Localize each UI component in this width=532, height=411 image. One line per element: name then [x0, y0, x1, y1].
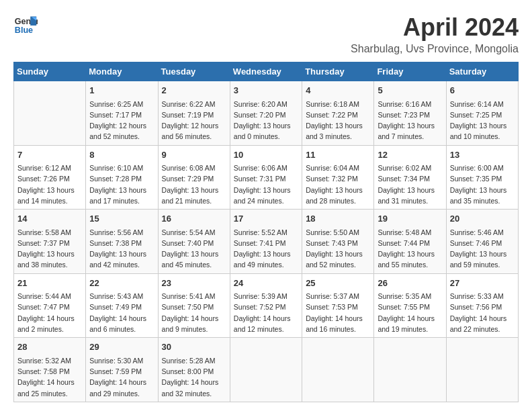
day-number: 8: [89, 148, 154, 162]
day-number: 4: [306, 84, 370, 97]
calendar-cell: 6Sunrise: 6:14 AMSunset: 7:25 PMDaylight…: [446, 81, 518, 146]
calendar-cell: 10Sunrise: 6:06 AMSunset: 7:31 PMDayligh…: [230, 145, 302, 210]
day-number: 26: [378, 277, 442, 290]
location-subtitle: Sharbulag, Uvs Province, Mongolia: [351, 43, 519, 55]
day-number: 1: [89, 84, 154, 97]
week-row-1: 1Sunrise: 6:25 AMSunset: 7:17 PMDaylight…: [14, 81, 519, 146]
day-content: Sunrise: 6:16 AMSunset: 7:23 PMDaylight:…: [378, 99, 442, 142]
day-content: Sunrise: 5:41 AMSunset: 7:50 PMDaylight:…: [162, 291, 226, 334]
calendar-cell: 7Sunrise: 6:12 AMSunset: 7:26 PMDaylight…: [14, 145, 86, 210]
calendar-cell: 28Sunrise: 5:32 AMSunset: 7:58 PMDayligh…: [14, 338, 86, 402]
header-cell-monday: Monday: [86, 62, 158, 81]
day-number: 2: [162, 84, 226, 97]
day-number: 10: [234, 148, 298, 162]
calendar-body: 1Sunrise: 6:25 AMSunset: 7:17 PMDaylight…: [14, 81, 519, 402]
day-content: Sunrise: 5:35 AMSunset: 7:55 PMDaylight:…: [378, 291, 442, 334]
calendar-cell: [302, 338, 374, 402]
day-number: 13: [450, 148, 515, 162]
calendar-cell: 25Sunrise: 5:37 AMSunset: 7:53 PMDayligh…: [302, 273, 374, 338]
week-row-4: 21Sunrise: 5:44 AMSunset: 7:47 PMDayligh…: [14, 273, 519, 338]
day-number: 12: [378, 148, 442, 162]
day-content: Sunrise: 5:32 AMSunset: 7:58 PMDaylight:…: [17, 355, 82, 399]
calendar-cell: [446, 338, 518, 402]
day-content: Sunrise: 5:37 AMSunset: 7:53 PMDaylight:…: [306, 291, 370, 334]
title-block: April 2024 Sharbulag, Uvs Province, Mong…: [351, 13, 519, 55]
day-number: 17: [234, 212, 298, 226]
day-number: 3: [234, 84, 298, 97]
day-number: 14: [17, 212, 82, 226]
day-content: Sunrise: 5:43 AMSunset: 7:49 PMDaylight:…: [89, 291, 154, 334]
day-content: Sunrise: 5:44 AMSunset: 7:47 PMDaylight:…: [17, 291, 82, 334]
header-cell-friday: Friday: [374, 62, 446, 81]
calendar-header: SundayMondayTuesdayWednesdayThursdayFrid…: [14, 62, 519, 81]
day-content: Sunrise: 6:14 AMSunset: 7:25 PMDaylight:…: [450, 99, 515, 142]
month-title: April 2024: [351, 13, 519, 42]
calendar-cell: 5Sunrise: 6:16 AMSunset: 7:23 PMDaylight…: [374, 81, 446, 146]
day-content: Sunrise: 6:02 AMSunset: 7:34 PMDaylight:…: [378, 163, 442, 206]
day-content: Sunrise: 5:56 AMSunset: 7:38 PMDaylight:…: [89, 227, 154, 271]
day-number: 24: [234, 277, 298, 290]
calendar-cell: 17Sunrise: 5:52 AMSunset: 7:41 PMDayligh…: [230, 210, 302, 274]
calendar-cell: 13Sunrise: 6:00 AMSunset: 7:35 PMDayligh…: [446, 145, 518, 210]
day-number: 22: [89, 277, 154, 290]
week-row-5: 28Sunrise: 5:32 AMSunset: 7:58 PMDayligh…: [14, 338, 519, 402]
day-content: Sunrise: 5:28 AMSunset: 8:00 PMDaylight:…: [162, 355, 226, 399]
day-number: 29: [89, 340, 154, 354]
calendar-cell: 4Sunrise: 6:18 AMSunset: 7:22 PMDaylight…: [302, 81, 374, 146]
day-content: Sunrise: 5:50 AMSunset: 7:43 PMDaylight:…: [306, 227, 370, 271]
calendar-cell: 8Sunrise: 6:10 AMSunset: 7:28 PMDaylight…: [86, 145, 158, 210]
calendar-cell: 3Sunrise: 6:20 AMSunset: 7:20 PMDaylight…: [230, 81, 302, 146]
day-content: Sunrise: 6:06 AMSunset: 7:31 PMDaylight:…: [234, 163, 298, 206]
day-content: Sunrise: 6:25 AMSunset: 7:17 PMDaylight:…: [89, 99, 154, 142]
day-number: 9: [162, 148, 226, 162]
calendar-cell: 30Sunrise: 5:28 AMSunset: 8:00 PMDayligh…: [158, 338, 230, 402]
day-number: 28: [17, 340, 82, 354]
day-number: 5: [378, 84, 442, 97]
day-content: Sunrise: 6:22 AMSunset: 7:19 PMDaylight:…: [162, 99, 226, 142]
day-content: Sunrise: 5:52 AMSunset: 7:41 PMDaylight:…: [234, 227, 298, 271]
day-content: Sunrise: 6:18 AMSunset: 7:22 PMDaylight:…: [306, 99, 370, 142]
header-cell-wednesday: Wednesday: [230, 62, 302, 81]
day-content: Sunrise: 5:39 AMSunset: 7:52 PMDaylight:…: [234, 291, 298, 334]
calendar-cell: 23Sunrise: 5:41 AMSunset: 7:50 PMDayligh…: [158, 273, 230, 338]
day-content: Sunrise: 6:00 AMSunset: 7:35 PMDaylight:…: [450, 163, 515, 206]
day-number: 19: [378, 212, 442, 226]
calendar-table: SundayMondayTuesdayWednesdayThursdayFrid…: [13, 62, 519, 402]
calendar-cell: 19Sunrise: 5:48 AMSunset: 7:44 PMDayligh…: [374, 210, 446, 274]
day-number: 6: [450, 84, 515, 97]
calendar-cell: 21Sunrise: 5:44 AMSunset: 7:47 PMDayligh…: [14, 273, 86, 338]
header-cell-tuesday: Tuesday: [158, 62, 230, 81]
calendar-cell: 2Sunrise: 6:22 AMSunset: 7:19 PMDaylight…: [158, 81, 230, 146]
day-content: Sunrise: 6:10 AMSunset: 7:28 PMDaylight:…: [89, 163, 154, 206]
calendar-cell: [374, 338, 446, 402]
logo-icon: General Blue: [13, 13, 38, 38]
header-cell-saturday: Saturday: [446, 62, 518, 81]
day-content: Sunrise: 5:30 AMSunset: 7:59 PMDaylight:…: [89, 355, 154, 399]
calendar-cell: 22Sunrise: 5:43 AMSunset: 7:49 PMDayligh…: [86, 273, 158, 338]
header-row: SundayMondayTuesdayWednesdayThursdayFrid…: [14, 62, 519, 81]
calendar-cell: 29Sunrise: 5:30 AMSunset: 7:59 PMDayligh…: [86, 338, 158, 402]
day-content: Sunrise: 5:58 AMSunset: 7:37 PMDaylight:…: [17, 227, 82, 271]
day-number: 15: [89, 212, 154, 226]
calendar-cell: 24Sunrise: 5:39 AMSunset: 7:52 PMDayligh…: [230, 273, 302, 338]
day-number: 16: [162, 212, 226, 226]
day-number: 27: [450, 277, 515, 290]
calendar-cell: 1Sunrise: 6:25 AMSunset: 7:17 PMDaylight…: [86, 81, 158, 146]
calendar-cell: 15Sunrise: 5:56 AMSunset: 7:38 PMDayligh…: [86, 210, 158, 274]
week-row-2: 7Sunrise: 6:12 AMSunset: 7:26 PMDaylight…: [14, 145, 519, 210]
calendar-cell: 18Sunrise: 5:50 AMSunset: 7:43 PMDayligh…: [302, 210, 374, 274]
calendar-cell: [230, 338, 302, 402]
header-cell-thursday: Thursday: [302, 62, 374, 81]
day-content: Sunrise: 5:54 AMSunset: 7:40 PMDaylight:…: [162, 227, 226, 271]
day-content: Sunrise: 6:08 AMSunset: 7:29 PMDaylight:…: [162, 163, 226, 206]
day-content: Sunrise: 5:46 AMSunset: 7:46 PMDaylight:…: [450, 227, 515, 271]
day-number: 25: [306, 277, 370, 290]
calendar-cell: 27Sunrise: 5:33 AMSunset: 7:56 PMDayligh…: [446, 273, 518, 338]
day-number: 18: [306, 212, 370, 226]
day-content: Sunrise: 6:04 AMSunset: 7:32 PMDaylight:…: [306, 163, 370, 206]
day-content: Sunrise: 6:12 AMSunset: 7:26 PMDaylight:…: [17, 163, 82, 206]
calendar-cell: 26Sunrise: 5:35 AMSunset: 7:55 PMDayligh…: [374, 273, 446, 338]
page-header: General Blue April 2024 Sharbulag, Uvs P…: [13, 13, 519, 55]
day-content: Sunrise: 5:33 AMSunset: 7:56 PMDaylight:…: [450, 291, 515, 334]
week-row-3: 14Sunrise: 5:58 AMSunset: 7:37 PMDayligh…: [14, 210, 519, 274]
